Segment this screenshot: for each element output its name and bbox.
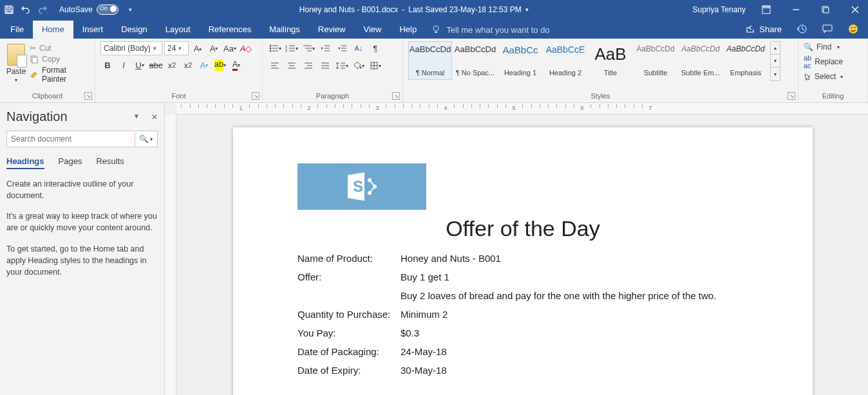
- multilevel-list-button[interactable]: ▾: [301, 41, 316, 55]
- autosave-toggle[interactable]: On: [97, 5, 118, 15]
- user-name[interactable]: Supriya Tenany: [693, 5, 746, 14]
- tab-help[interactable]: Help: [390, 21, 426, 39]
- vertical-ruler[interactable]: [165, 115, 176, 395]
- tab-references[interactable]: References: [200, 21, 260, 39]
- share-button[interactable]: Share: [745, 24, 782, 34]
- history-icon[interactable]: [796, 23, 807, 35]
- doc-field-key: Name of Product:: [297, 253, 401, 264]
- increase-indent-button[interactable]: [335, 41, 349, 55]
- clear-formatting-button[interactable]: A◇: [239, 41, 253, 55]
- change-case-button[interactable]: Aa▾: [223, 41, 237, 55]
- bold-button[interactable]: B: [100, 58, 115, 72]
- replace-icon: abac: [804, 54, 811, 69]
- redo-icon[interactable]: [37, 5, 48, 15]
- document-page[interactable]: S Offer of the Day Name of Product:Honey…: [233, 127, 813, 395]
- qat-customize-icon[interactable]: ▾: [125, 5, 135, 15]
- paragraph-dialog-launcher[interactable]: ↘: [392, 92, 400, 100]
- find-button[interactable]: 🔍Find▾: [804, 42, 843, 51]
- cut-label: Cut: [39, 44, 52, 53]
- style-subtitle[interactable]: AaBbCcDdSubtitle: [634, 41, 677, 80]
- text-effects-button[interactable]: A▾: [197, 58, 211, 72]
- tell-me-input[interactable]: [446, 25, 614, 35]
- save-icon[interactable]: [4, 5, 14, 15]
- tab-home[interactable]: Home: [33, 21, 73, 39]
- style--normal[interactable]: AaBbCcDd¶ Normal: [408, 41, 452, 80]
- select-button[interactable]: Select▾: [804, 72, 843, 81]
- font-color-button[interactable]: A▾: [229, 58, 243, 72]
- style-heading-1[interactable]: AaBbCcHeading 1: [498, 41, 542, 80]
- nav-tab-pages[interactable]: Pages: [59, 156, 82, 169]
- svg-text:3: 3: [285, 49, 287, 53]
- lightbulb-icon: [431, 24, 441, 35]
- tab-file[interactable]: File: [1, 21, 33, 39]
- paste-button[interactable]: Paste ▾: [5, 41, 27, 83]
- nav-tab-headings[interactable]: Headings: [6, 156, 44, 169]
- close-icon[interactable]: [846, 1, 864, 19]
- highlight-button[interactable]: ab▾: [213, 58, 227, 72]
- line-spacing-button[interactable]: ▾: [335, 59, 349, 73]
- underline-button[interactable]: U▾: [133, 58, 147, 72]
- svg-point-13: [270, 45, 272, 47]
- grow-font-button[interactable]: A▴: [191, 41, 205, 55]
- shrink-font-button[interactable]: A▾: [207, 41, 221, 55]
- title-dropdown-icon[interactable]: ▾: [525, 6, 529, 13]
- tab-layout[interactable]: Layout: [156, 21, 200, 39]
- tab-review[interactable]: Review: [309, 21, 355, 39]
- justify-button[interactable]: [318, 59, 332, 73]
- superscript-button[interactable]: x2: [181, 58, 195, 72]
- align-right-button[interactable]: [301, 59, 316, 73]
- style-heading-2[interactable]: AaBbCcEHeading 2: [543, 41, 587, 80]
- editing-group-label: Editing: [804, 92, 862, 101]
- ribbon-display-icon[interactable]: [757, 1, 775, 19]
- numbering-button[interactable]: 123▾: [285, 41, 299, 55]
- italic-button[interactable]: I: [117, 58, 131, 72]
- align-left-button[interactable]: [268, 59, 282, 73]
- font-size-combo[interactable]: 24▾: [164, 41, 189, 55]
- tab-mailings[interactable]: Mailings: [260, 21, 309, 39]
- copy-button[interactable]: Copy: [30, 55, 90, 64]
- cut-button[interactable]: ✂Cut: [30, 44, 90, 53]
- doc-field-key: You Pay:: [297, 327, 401, 338]
- styles-dialog-launcher[interactable]: ↘: [788, 92, 795, 100]
- strikethrough-button[interactable]: abc: [149, 58, 163, 72]
- replace-button[interactable]: abacReplace: [804, 54, 843, 69]
- svg-rect-1: [762, 6, 770, 8]
- format-painter-button[interactable]: Format Painter: [30, 66, 90, 84]
- font-name-combo[interactable]: Calibri (Body)▾: [100, 41, 162, 55]
- title-bar: AutoSave On ▾ Honey and Nuts - B001.docx…: [0, 0, 868, 19]
- tab-view[interactable]: View: [354, 21, 390, 39]
- last-saved: Last Saved 23-May-18 12:53 PM: [408, 5, 521, 14]
- shading-button[interactable]: ▾: [352, 59, 366, 73]
- subscript-button[interactable]: x2: [165, 58, 179, 72]
- styles-gallery-scroll[interactable]: ▴▾▾: [770, 41, 780, 81]
- font-dialog-launcher[interactable]: ↘: [252, 92, 259, 100]
- undo-icon[interactable]: [21, 5, 31, 15]
- tab-insert[interactable]: Insert: [73, 21, 113, 39]
- sort-button[interactable]: A↓: [352, 41, 366, 55]
- svg-text:S: S: [353, 178, 363, 195]
- tab-design[interactable]: Design: [112, 21, 156, 39]
- clipboard-dialog-launcher[interactable]: ↘: [84, 92, 92, 100]
- decrease-indent-button[interactable]: [318, 41, 332, 55]
- style-subtle-em-[interactable]: AaBbCcDdSubtle Em...: [679, 41, 722, 80]
- style--no-spac-[interactable]: AaBbCcDd¶ No Spac...: [453, 41, 497, 80]
- borders-button[interactable]: ▾: [368, 59, 382, 73]
- svg-rect-12: [32, 57, 37, 63]
- paste-label: Paste: [6, 67, 26, 76]
- nav-search-button[interactable]: 🔍▾: [135, 132, 156, 146]
- horizontal-ruler[interactable]: 1234567: [176, 103, 868, 115]
- minimize-icon[interactable]: [787, 1, 805, 19]
- navigation-pane: Navigation ▼ ✕ 🔍▾ Headings Pages Results…: [0, 103, 165, 395]
- title-sep: -: [402, 5, 404, 14]
- comments-icon[interactable]: [822, 23, 833, 35]
- style-title[interactable]: AaBTitle: [589, 41, 632, 80]
- nav-dropdown-icon[interactable]: ▼: [133, 113, 140, 122]
- bullets-button[interactable]: ▾: [268, 41, 282, 55]
- align-center-button[interactable]: [285, 59, 299, 73]
- nav-tab-results[interactable]: Results: [96, 156, 124, 169]
- show-marks-button[interactable]: ¶: [368, 41, 382, 55]
- nav-close-icon[interactable]: ✕: [151, 113, 158, 122]
- style-emphasis[interactable]: AaBbCcDdEmphasis: [724, 41, 768, 80]
- smiley-icon[interactable]: [847, 23, 859, 35]
- maximize-icon[interactable]: [816, 1, 835, 19]
